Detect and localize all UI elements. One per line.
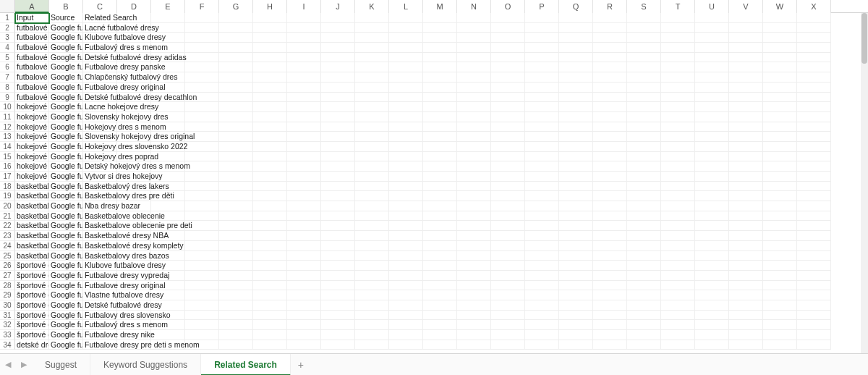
cell[interactable]: Klubove futbalove dresy: [83, 33, 117, 43]
cell[interactable]: [797, 281, 831, 291]
cell[interactable]: [695, 251, 729, 261]
cell[interactable]: [253, 93, 287, 103]
cell[interactable]: [491, 241, 525, 251]
cell[interactable]: [763, 340, 797, 350]
cell[interactable]: [763, 182, 797, 192]
row-header[interactable]: 12: [0, 122, 15, 132]
cell[interactable]: [491, 62, 525, 72]
cell[interactable]: [389, 231, 423, 241]
cell[interactable]: [695, 122, 729, 132]
cell[interactable]: basketbalo: [15, 231, 49, 241]
cell[interactable]: Slovensky hokejovy dres: [83, 112, 117, 122]
cell[interactable]: [389, 191, 423, 201]
cell[interactable]: [219, 83, 253, 93]
cell[interactable]: [423, 271, 457, 281]
cell[interactable]: [695, 172, 729, 182]
cell[interactable]: [389, 201, 423, 211]
cell[interactable]: [355, 43, 389, 53]
cell[interactable]: [763, 83, 797, 93]
cell[interactable]: [797, 300, 831, 311]
cell[interactable]: futbalové d: [15, 72, 49, 83]
cell[interactable]: [355, 182, 389, 192]
cell[interactable]: [185, 290, 219, 300]
cell[interactable]: [423, 53, 457, 63]
cell[interactable]: [525, 62, 559, 72]
cell[interactable]: [355, 211, 389, 222]
cell[interactable]: Google full: [49, 340, 83, 350]
cell[interactable]: [491, 172, 525, 182]
cell[interactable]: Detské futbalové dresy decathlon: [83, 93, 117, 103]
cell[interactable]: [661, 320, 695, 330]
cell[interactable]: [219, 112, 253, 122]
cell[interactable]: [219, 231, 253, 241]
cell[interactable]: [661, 13, 695, 23]
cell[interactable]: [661, 132, 695, 142]
cell[interactable]: [491, 83, 525, 93]
cell[interactable]: [253, 13, 287, 23]
cell[interactable]: [661, 152, 695, 162]
cell[interactable]: [797, 93, 831, 103]
cell[interactable]: [525, 311, 559, 321]
cell[interactable]: [219, 182, 253, 192]
cell[interactable]: [389, 211, 423, 222]
cell[interactable]: [695, 241, 729, 251]
cell[interactable]: [253, 23, 287, 33]
cell[interactable]: [219, 251, 253, 261]
cell[interactable]: [253, 320, 287, 330]
cell[interactable]: [253, 33, 287, 43]
cell[interactable]: Google full: [49, 62, 83, 72]
cell[interactable]: [797, 142, 831, 152]
cell[interactable]: [355, 340, 389, 350]
cell[interactable]: [695, 83, 729, 93]
cell[interactable]: [695, 72, 729, 83]
cell[interactable]: [661, 340, 695, 350]
cell[interactable]: [695, 221, 729, 231]
cell[interactable]: [185, 33, 219, 43]
cell[interactable]: [287, 182, 321, 192]
cell[interactable]: [763, 231, 797, 241]
cell[interactable]: [559, 102, 593, 112]
cell[interactable]: [763, 142, 797, 152]
cell[interactable]: [253, 221, 287, 231]
cell[interactable]: [729, 142, 763, 152]
cell[interactable]: [219, 33, 253, 43]
cell[interactable]: [797, 221, 831, 231]
cell[interactable]: [559, 191, 593, 201]
cell[interactable]: [593, 102, 627, 112]
cell[interactable]: [457, 330, 491, 340]
cell[interactable]: [797, 172, 831, 182]
cell[interactable]: Google full: [49, 33, 83, 43]
cell[interactable]: [763, 201, 797, 211]
cell[interactable]: [763, 211, 797, 222]
cell[interactable]: [559, 132, 593, 142]
cell[interactable]: [423, 231, 457, 241]
cell[interactable]: [219, 300, 253, 311]
row-header[interactable]: 5: [0, 53, 15, 63]
cell[interactable]: [219, 211, 253, 222]
cell[interactable]: [593, 152, 627, 162]
row-header[interactable]: 30: [0, 300, 15, 311]
cell[interactable]: [253, 201, 287, 211]
cell[interactable]: [423, 161, 457, 172]
cell[interactable]: [287, 53, 321, 63]
cell[interactable]: [219, 281, 253, 291]
cell[interactable]: [525, 320, 559, 330]
cell[interactable]: [423, 191, 457, 201]
cell[interactable]: [797, 340, 831, 350]
cell[interactable]: [559, 330, 593, 340]
cell[interactable]: [729, 311, 763, 321]
row-header[interactable]: 15: [0, 152, 15, 162]
cell[interactable]: Basketbalový dres lakers: [83, 182, 117, 192]
cell[interactable]: detské dres: [15, 340, 49, 350]
cell[interactable]: [423, 221, 457, 231]
cell[interactable]: [355, 241, 389, 251]
cell[interactable]: [287, 311, 321, 321]
cell[interactable]: basketbalo: [15, 201, 49, 211]
cell[interactable]: [389, 33, 423, 43]
cell[interactable]: Vytvor si dres hokejovy: [83, 172, 117, 182]
cell[interactable]: Google full: [49, 83, 83, 93]
cell[interactable]: futbalové d: [15, 53, 49, 63]
cell[interactable]: [695, 231, 729, 241]
cell[interactable]: [389, 330, 423, 340]
cell[interactable]: Related Search: [83, 13, 117, 23]
